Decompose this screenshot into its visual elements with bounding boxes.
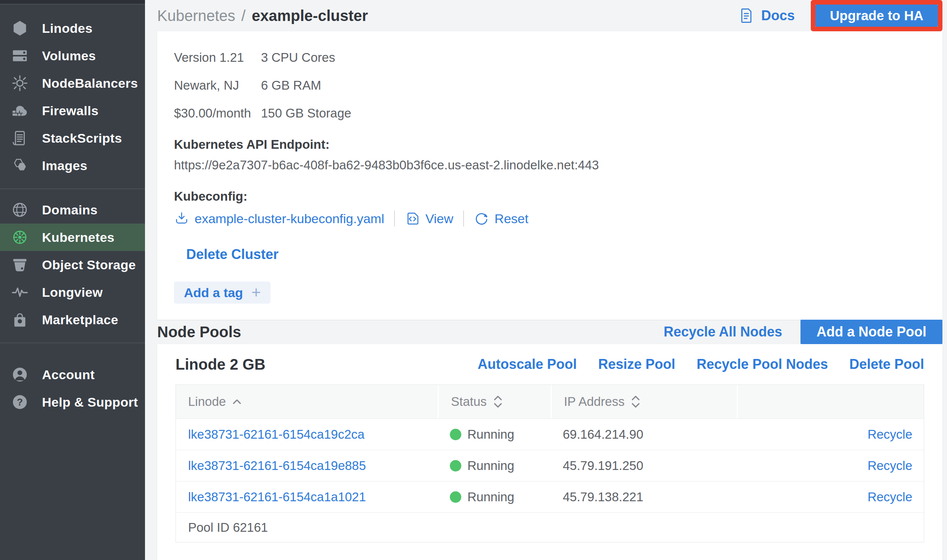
node-name-cell: lke38731-62161-6154ca1a1021 bbox=[176, 481, 438, 512]
sidebar-item-linodes[interactable]: Linodes bbox=[0, 14, 145, 42]
cluster-specs: Version 1.21 3 CPU Cores Newark, NJ 6 GB… bbox=[174, 50, 924, 121]
add-node-pool-button[interactable]: Add a Node Pool bbox=[800, 320, 942, 344]
divider bbox=[394, 211, 395, 227]
node-link[interactable]: lke38731-62161-6154ca19e885 bbox=[188, 459, 366, 473]
nodebalancers-icon bbox=[11, 74, 29, 92]
account-avatar-icon bbox=[11, 365, 29, 384]
divider bbox=[463, 211, 464, 227]
pool-name: Linode 2 GB bbox=[176, 356, 266, 373]
node-link[interactable]: lke38731-62161-6154ca19c2ca bbox=[188, 427, 364, 442]
sidebar-item-label: Account bbox=[42, 367, 95, 382]
node-action-cell: Recycle bbox=[737, 481, 924, 512]
pool-nodes-table: Linode Status IP Address bbox=[176, 385, 924, 542]
sidebar-item-help-support[interactable]: ? Help & Support bbox=[0, 388, 145, 416]
node-ip-cell: 45.79.138.221 bbox=[551, 481, 737, 512]
autoscale-pool-link[interactable]: Autoscale Pool bbox=[478, 356, 577, 372]
sort-ascending-icon bbox=[232, 399, 242, 405]
node-link[interactable]: lke38731-62161-6154ca1a1021 bbox=[188, 490, 366, 504]
kubeconfig-reset-link[interactable]: Reset bbox=[474, 211, 528, 226]
delete-pool-link[interactable]: Delete Pool bbox=[849, 356, 924, 372]
sidebar-item-marketplace[interactable]: Marketplace bbox=[0, 306, 145, 333]
kubeconfig-label: Kubeconfig: bbox=[174, 189, 924, 204]
view-label: View bbox=[425, 211, 453, 226]
plus-icon: + bbox=[251, 285, 261, 301]
sidebar-group-compute: Linodes Volumes NodeBalancers Firewalls … bbox=[0, 5, 145, 179]
breadcrumb: Kubernetes / example-cluster bbox=[157, 7, 368, 24]
recycle-node-link[interactable]: Recycle bbox=[868, 427, 912, 442]
spec-region: Newark, NJ bbox=[174, 78, 261, 93]
sidebar-item-label: Marketplace bbox=[42, 312, 118, 327]
volumes-icon bbox=[11, 47, 29, 65]
header-actions: Docs Upgrade to HA bbox=[738, 0, 942, 31]
help-question-icon: ? bbox=[11, 393, 29, 411]
sidebar-item-longview[interactable]: Longview bbox=[0, 278, 145, 306]
column-header-actions bbox=[737, 385, 924, 418]
api-endpoint-label: Kubernetes API Endpoint: bbox=[174, 137, 924, 152]
recycle-pool-nodes-link[interactable]: Recycle Pool Nodes bbox=[697, 356, 828, 372]
node-pool-card: Linode 2 GB Autoscale Pool Resize Pool R… bbox=[157, 344, 942, 560]
node-pools-title: Node Pools bbox=[157, 323, 241, 341]
spec-storage: 150 GB Storage bbox=[261, 106, 924, 121]
recycle-node-link[interactable]: Recycle bbox=[868, 490, 912, 504]
pool-actions: Autoscale Pool Resize Pool Recycle Pool … bbox=[478, 356, 924, 372]
spec-version: Version 1.21 bbox=[174, 50, 261, 65]
download-icon bbox=[174, 211, 189, 226]
sidebar-item-label: Object Storage bbox=[42, 257, 136, 272]
table-row: lke38731-62161-6154ca19c2ca Running 69.1… bbox=[176, 418, 924, 450]
docs-icon bbox=[738, 7, 755, 24]
table-header-row: Linode Status IP Address bbox=[176, 385, 924, 418]
firewalls-icon bbox=[11, 101, 29, 120]
sidebar-item-nodebalancers[interactable]: NodeBalancers bbox=[0, 69, 145, 97]
column-header-ip-address[interactable]: IP Address bbox=[551, 385, 737, 418]
status-label: Running bbox=[467, 459, 514, 473]
kubeconfig-view-link[interactable]: View bbox=[405, 211, 453, 226]
annotation-highlight: Upgrade to HA bbox=[811, 0, 942, 31]
sidebar-item-images[interactable]: Images bbox=[0, 152, 145, 179]
recycle-node-link[interactable]: Recycle bbox=[868, 459, 912, 473]
sidebar-item-label: Volumes bbox=[42, 48, 96, 63]
sidebar-item-account[interactable]: Account bbox=[0, 361, 145, 388]
pool-card-header: Linode 2 GB Autoscale Pool Resize Pool R… bbox=[176, 344, 924, 385]
sidebar-group-services: Domains Kubernetes Object Storage Longvi… bbox=[0, 196, 145, 333]
delete-cluster-button[interactable]: Delete Cluster bbox=[186, 246, 279, 262]
kubeconfig-download-link[interactable]: example-cluster-kubeconfig.yaml bbox=[174, 211, 384, 226]
object-storage-bucket-icon bbox=[11, 256, 29, 274]
resize-pool-link[interactable]: Resize Pool bbox=[598, 356, 675, 372]
spec-cpu: 3 CPU Cores bbox=[261, 50, 924, 65]
status-label: Running bbox=[467, 490, 514, 504]
marketplace-bag-icon bbox=[11, 311, 29, 329]
sidebar-item-label: NodeBalancers bbox=[42, 76, 138, 91]
breadcrumb-kubernetes-link[interactable]: Kubernetes bbox=[157, 7, 235, 24]
api-endpoint-url: https://9e2a7307-b6ac-408f-ba62-9483b0b3… bbox=[174, 158, 924, 172]
sidebar-item-domains[interactable]: Domains bbox=[0, 196, 145, 224]
recycle-all-nodes-link[interactable]: Recycle All Nodes bbox=[664, 324, 782, 340]
node-status-cell: Running bbox=[438, 481, 551, 512]
column-header-label: Status bbox=[451, 394, 487, 409]
node-status-cell: Running bbox=[438, 419, 551, 450]
sidebar-item-volumes[interactable]: Volumes bbox=[0, 42, 145, 69]
view-code-icon bbox=[405, 211, 420, 226]
sidebar-item-stackscripts[interactable]: StackScripts bbox=[0, 124, 145, 152]
sidebar-item-firewalls[interactable]: Firewalls bbox=[0, 97, 145, 124]
table-row: lke38731-62161-6154ca1a1021 Running 45.7… bbox=[176, 481, 924, 512]
column-header-status[interactable]: Status bbox=[438, 385, 551, 418]
sidebar-item-kubernetes[interactable]: Kubernetes bbox=[0, 224, 145, 251]
page-header: Kubernetes / example-cluster Docs Upgrad… bbox=[157, 0, 942, 31]
add-tag-button[interactable]: Add a tag + bbox=[174, 282, 271, 304]
status-label: Running bbox=[467, 427, 514, 442]
sidebar-item-object-storage[interactable]: Object Storage bbox=[0, 251, 145, 278]
longview-pulse-icon bbox=[11, 283, 29, 301]
node-status-cell: Running bbox=[438, 450, 551, 481]
column-header-label: IP Address bbox=[564, 394, 625, 409]
node-action-cell: Recycle bbox=[737, 450, 924, 481]
kubernetes-helm-icon bbox=[11, 228, 29, 246]
spec-ram: 6 GB RAM bbox=[261, 78, 924, 93]
kubeconfig-filename: example-cluster-kubeconfig.yaml bbox=[195, 211, 384, 226]
column-header-linode[interactable]: Linode bbox=[176, 385, 438, 418]
sidebar-item-label: Help & Support bbox=[42, 395, 138, 410]
upgrade-to-ha-button[interactable]: Upgrade to HA bbox=[815, 5, 938, 27]
main-content: Kubernetes / example-cluster Docs Upgrad… bbox=[145, 0, 947, 560]
node-name-cell: lke38731-62161-6154ca19e885 bbox=[176, 450, 438, 481]
docs-link[interactable]: Docs bbox=[738, 7, 795, 24]
spec-price: $30.00/month bbox=[174, 106, 261, 121]
